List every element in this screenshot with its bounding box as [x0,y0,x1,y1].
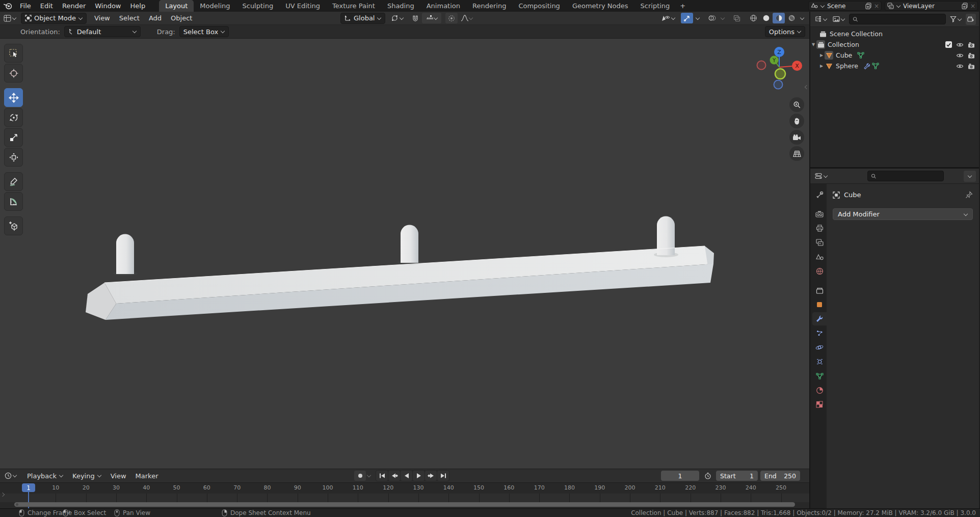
start-frame-field[interactable]: Start 1 [716,471,758,481]
show-gizmo-toggle[interactable] [681,13,693,23]
tab-geometry-nodes[interactable]: Geometry Nodes [566,0,634,12]
gizmo-options-dropdown[interactable] [694,13,702,23]
next-keyframe-button[interactable] [425,471,437,481]
show-overlays-toggle[interactable] [706,13,718,23]
options-dropdown[interactable]: Options [765,26,805,37]
new-collection-button[interactable] [966,14,976,25]
outliner-search[interactable] [849,14,946,24]
mode-select[interactable]: Object Mode [21,13,87,24]
tab-uv-editing[interactable]: UV Editing [279,0,326,12]
unlink-scene-icon[interactable]: × [874,3,879,10]
tool-move[interactable] [4,88,23,107]
pivot-point-select[interactable] [389,13,405,24]
tool-annotate[interactable] [4,172,23,191]
proportional-editing-toggle[interactable] [445,13,458,23]
transform-orientation-select[interactable]: Global [340,13,385,24]
prev-keyframe-button[interactable] [388,471,400,481]
outliner-filter-button[interactable] [948,14,963,25]
add-workspace-button[interactable]: + [676,0,690,12]
tab-modeling[interactable]: Modeling [194,0,236,12]
new-scene-icon[interactable] [865,3,871,9]
timeline-ruler[interactable]: 1 10203040506070809010011012013014015016… [0,482,809,508]
outliner-display-mode-button[interactable] [813,14,829,25]
tab-object[interactable] [812,298,827,311]
tab-scripting[interactable]: Scripting [634,0,676,12]
disclosure-right-icon[interactable]: ▶ [818,53,825,58]
menu-edit[interactable]: Edit [36,0,58,12]
outliner-row-collection[interactable]: ▼ Collection [810,39,979,50]
tab-view-layer[interactable] [812,236,827,249]
chevron-down-icon[interactable] [896,4,900,8]
tab-physics[interactable] [812,341,827,354]
tool-measure[interactable] [4,192,23,211]
outliner-row-sphere[interactable]: ▶ Sphere [810,61,979,71]
hide-in-viewport-eye-icon[interactable] [956,63,964,69]
snap-toggle[interactable] [409,13,421,23]
play-button[interactable] [413,471,425,481]
new-view-layer-icon[interactable] [962,3,968,9]
tab-sculpting[interactable]: Sculpting [236,0,279,12]
disable-in-renders-camera-icon[interactable] [968,52,975,59]
object-type-visibility-button[interactable] [660,13,677,24]
properties-search-input[interactable] [879,173,940,180]
mesh-data-icon[interactable] [857,52,864,59]
scene-icon[interactable] [811,3,818,9]
menu-marker[interactable]: Marker [131,469,163,482]
view-layer-name[interactable]: ViewLayer [903,3,959,10]
menu-file[interactable]: File [15,0,36,12]
orthographic-toggle-button[interactable] [789,146,804,161]
camera-view-button[interactable] [789,130,804,145]
chevron-down-icon[interactable] [820,4,825,8]
overlays-options-dropdown[interactable] [719,13,727,23]
orientation-default-select[interactable]: Default [64,26,141,37]
outliner-row-scene-collection[interactable]: Scene Collection [810,29,979,39]
timeline-scrollbar[interactable] [14,502,795,507]
collection-exclude-checkbox[interactable] [945,41,952,48]
end-frame-field[interactable]: End 250 [760,471,800,481]
menu-add[interactable]: Add [144,12,166,24]
snap-target-select[interactable] [422,13,441,23]
tab-object-data[interactable] [812,369,827,383]
menu-playback[interactable]: Playback [22,469,68,482]
tab-tool[interactable] [812,188,827,201]
properties-search[interactable] [867,171,944,181]
object-breadcrumb-icon[interactable] [833,192,840,199]
chevron-down-icon[interactable] [367,474,371,478]
tab-compositing[interactable]: Compositing [512,0,566,12]
tab-texture[interactable] [812,398,827,411]
shading-solid-button[interactable] [760,13,772,23]
disable-in-renders-camera-icon[interactable] [968,42,975,48]
use-preview-range-button[interactable] [702,471,713,481]
tab-rendering[interactable]: Rendering [466,0,512,12]
menu-render[interactable]: Render [58,0,90,12]
menu-keying[interactable]: Keying [68,469,106,482]
scene-name[interactable]: Scene [827,3,863,10]
disable-in-renders-camera-icon[interactable] [968,63,975,69]
pan-button[interactable] [789,114,804,128]
sidebar-toggle-arrow[interactable] [804,84,808,91]
tab-render[interactable] [812,207,827,221]
tab-output[interactable] [812,222,827,235]
view-layer-icon[interactable] [887,3,894,9]
tab-world[interactable] [812,264,827,278]
mesh-data-icon[interactable] [872,63,879,70]
menu-window[interactable]: Window [90,0,125,12]
tool-select-box[interactable] [4,44,23,63]
menu-select[interactable]: Select [115,12,144,24]
pin-icon[interactable] [965,191,973,199]
breadcrumb-object-name[interactable]: Cube [844,191,861,199]
menu-object[interactable]: Object [166,12,197,24]
menu-help[interactable]: Help [126,0,150,12]
tab-material[interactable] [812,384,827,397]
disclosure-right-icon[interactable]: ▶ [818,64,825,68]
proportional-falloff-select[interactable] [458,13,475,23]
tab-animation[interactable]: Animation [420,0,466,12]
viewport-3d[interactable]: Z Y X [0,39,809,469]
play-reverse-button[interactable] [401,471,412,481]
tab-texture-paint[interactable]: Texture Paint [326,0,381,12]
tab-shading[interactable]: Shading [381,0,420,12]
blender-logo-icon[interactable] [0,0,15,12]
outliner-search-input[interactable] [861,16,942,23]
hide-in-viewport-eye-icon[interactable] [956,52,964,59]
disclosure-down-icon[interactable]: ▼ [810,42,816,47]
